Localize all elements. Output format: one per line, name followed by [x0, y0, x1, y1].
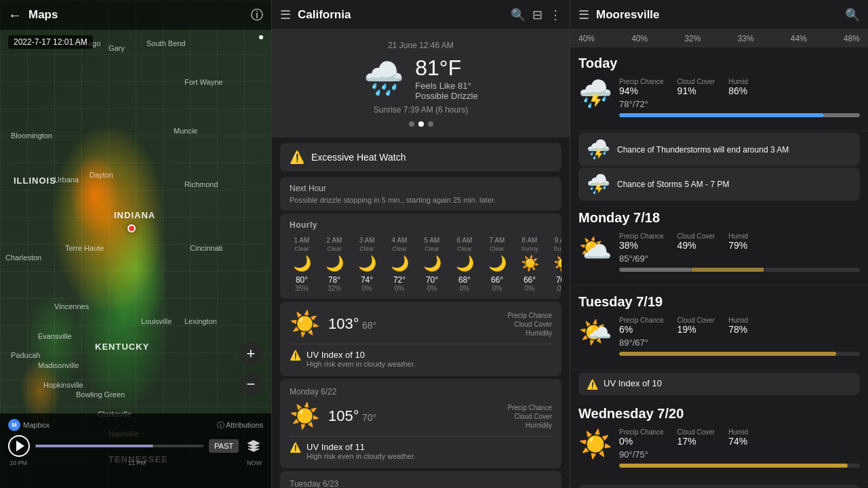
mv-storm-row-2: ⛈️ Chance of Storms 5 AM - 7 PM [578, 167, 860, 201]
map-label-richmond: Richmond [184, 180, 218, 188]
map-panel: Chicago Gary South Bend Fort Wayne Bloom… [0, 0, 271, 488]
mv-monday-section: Monday 7/18 ⛅ Precip Chance 38% Cloud Co… [570, 202, 868, 286]
hum-val-2: 40% [631, 34, 648, 43]
mooresville-content: Today ⛈️ Precip Chance 94% Cloud Cover 9… [570, 47, 868, 488]
today-stats: Precip Chance Cloud Cover Humidity [507, 312, 552, 337]
map-live-dot [259, 35, 263, 39]
mv-monday-progress-mid [692, 268, 764, 272]
map-pin [127, 224, 136, 232]
mv-wednesday-row: ☀️ Precip Chance 0% Cloud Cover 17% Humi… [578, 428, 860, 473]
hour-item-7: 8 AM Sunny ☀️ 66° 0% [513, 237, 546, 292]
more-icon[interactable]: ⋮ [549, 7, 561, 22]
map-label-urbana: Urbana [54, 176, 79, 184]
map-label-louisville: Louisville [141, 317, 172, 325]
mv-tuesday-precip: Precip Chance 6% [619, 317, 664, 335]
hour-item-4: 5 AM Clear 🌙 70° 0% [416, 237, 448, 292]
mv-wednesday-stats: Precip Chance 0% Cloud Cover 17% Humid 7… [619, 428, 860, 473]
hum-val-1: 40% [578, 34, 595, 43]
mv-storm-icon-2: ⛈️ [587, 173, 610, 195]
mooresville-panel: ☰ Mooresville 🔍 40% 40% 32% 33% 44% 48% … [570, 0, 868, 488]
search-icon[interactable]: 🔍 [511, 7, 526, 22]
map-label-muncie: Muncie [174, 127, 197, 135]
map-footer-top: M Mapbox ⓘ Attributions [8, 419, 263, 431]
dot-1 [409, 121, 414, 127]
california-condition: Possible Drizzle [415, 91, 477, 101]
california-sunrise: Sunrise 7:39 AM (6 hours) [374, 105, 468, 115]
mv-monday-stats-row: Precip Chance 38% Cloud Cover 49% Humid … [619, 232, 860, 251]
attributions-button[interactable]: ⓘ Attributions [217, 420, 263, 430]
mv-tuesday-progress-fill [619, 352, 836, 356]
hour-item-5: 6 AM Clear 🌙 68° 0% [448, 237, 481, 292]
mv-tuesday-uv-alert: ⚠️ UV Index of 10 [578, 373, 860, 395]
monday-low: 70° [362, 412, 376, 423]
map-label-hopkinsville: Hopkinsville [43, 381, 83, 389]
mv-today-precip: Precip Chance 94% [619, 78, 664, 96]
timeline-tick-10pm: 10 PM [9, 460, 27, 466]
mv-wednesday-precip: Precip Chance 0% [619, 428, 664, 447]
play-button[interactable] [8, 435, 30, 457]
mv-tuesday-uv-title: UV Index of 10 [604, 378, 662, 388]
monday-uv-title: UV Index of 11 [307, 442, 416, 452]
mv-monday-icon: ⛅ [578, 232, 612, 264]
mv-today-humid: Humid 86% [728, 78, 748, 96]
mv-warmer-row: ↑ Low 5° warmer [578, 485, 860, 488]
mooresville-title: Mooresville [596, 8, 838, 22]
mv-monday-progress [619, 268, 860, 272]
mv-wednesday-stats-row: Precip Chance 0% Cloud Cover 17% Humid 7… [619, 428, 860, 447]
mv-search-icon[interactable]: 🔍 [845, 7, 860, 22]
alert-triangle-icon: ⚠️ [290, 150, 304, 165]
today-uv-title: UV Index of 10 [307, 350, 416, 360]
layers-button[interactable] [244, 436, 263, 455]
map-title: Maps [28, 8, 251, 22]
map-label-paducah: Paducah [11, 351, 40, 359]
timeline-tick-11pm: 11 PM [128, 460, 146, 466]
mv-monday-progress-fill [619, 268, 692, 272]
map-header: ← Maps ⓘ [0, 0, 271, 30]
menu-icon[interactable]: ☰ [280, 7, 291, 22]
mv-wednesday-progress [619, 464, 860, 468]
mv-today-icon: ⛈️ [578, 78, 612, 110]
timeline-bar[interactable] [35, 445, 203, 447]
hourly-section-title: Hourly [280, 220, 561, 230]
hour-item-6: 7 AM Clear 🌙 66° 0% [481, 237, 513, 292]
california-hero: 21 June 12:46 AM 🌧️ 81°F Feels Like 81° … [272, 30, 570, 138]
past-button[interactable]: PAST [209, 439, 239, 453]
mv-storm-row-1: ⛈️ Chance of Thunderstorms will end arou… [578, 133, 860, 166]
mv-tuesday-icon: 🌤️ [578, 317, 612, 348]
mv-menu-icon[interactable]: ☰ [578, 7, 589, 22]
info-button[interactable]: ⓘ [251, 7, 263, 23]
zoom-plus-button[interactable]: + [239, 342, 263, 366]
mv-today-temp-range: 78°/72° [619, 99, 860, 109]
mv-tuesday-row: 🌤️ Precip Chance 6% Cloud Cover 19% Humi… [578, 317, 860, 361]
mv-wednesday-icon: ☀️ [578, 428, 612, 460]
dot-2 [418, 121, 424, 127]
zoom-minus-button[interactable]: − [239, 372, 263, 396]
back-button[interactable]: ← [8, 7, 22, 23]
mv-monday-title: Monday 7/18 [578, 210, 860, 226]
today-temp: 103° [328, 315, 359, 332]
california-monday-card: Monday 6/22 ☀️ 105° 70° Precip Chance Cl… [280, 379, 561, 468]
map-timestamp: 2022-7-17 12:01 AM [8, 35, 93, 49]
hour-item-3: 4 AM Clear 🌙 72° 0% [383, 237, 416, 292]
mv-monday-precip: Precip Chance 38% [619, 232, 664, 251]
california-next-hour: Next Hour Possible drizzle stopping in 5… [280, 177, 561, 211]
monday-icon: ☀️ [290, 402, 320, 430]
today-precip-label: Precip Chance [507, 312, 552, 319]
map-footer: M Mapbox ⓘ Attributions PAST [0, 413, 271, 488]
mv-monday-row: ⛅ Precip Chance 38% Cloud Cover 49% Humi… [578, 232, 860, 277]
hour-item-1: 2 AM Clear 🌙 78° 32% [318, 237, 351, 292]
map-label-charleston: Charleston [5, 253, 41, 262]
bookmark-icon[interactable]: ⊟ [532, 7, 542, 22]
mv-storm-icon-1: ⛈️ [587, 138, 610, 161]
next-hour-title: Next Hour [290, 184, 552, 193]
hum-val-4: 33% [738, 34, 754, 43]
monday-uv-alert: ⚠️ UV Index of 11 High risk even in clou… [290, 436, 552, 460]
play-icon [16, 441, 24, 451]
mv-monday-temp-range: 85°/69° [619, 253, 860, 264]
mv-wednesday-section: Wednesday 7/20 ☀️ Precip Chance 0% Cloud… [570, 398, 868, 482]
mapbox-logo: M Mapbox [8, 419, 50, 431]
california-alert-text: Excessive Heat Watch [311, 152, 406, 163]
monday-uv-alert-icon: ⚠️ [290, 442, 301, 453]
hourly-scroll[interactable]: 1 AM Clear 🌙 80° 35% 2 AM Clear 🌙 78° 32… [280, 237, 561, 292]
mv-tuesday-uv-content: UV Index of 10 [604, 378, 662, 388]
